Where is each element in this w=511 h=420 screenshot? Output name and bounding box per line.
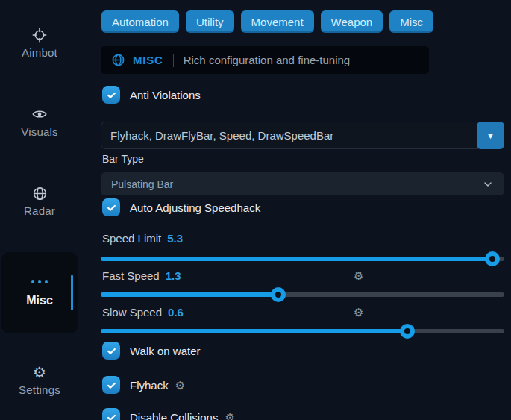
gear-icon[interactable]: ⚙ [225, 412, 234, 420]
speed-limit-value: 5.3 [167, 232, 183, 245]
slider-fill [101, 329, 407, 333]
slider-knob[interactable] [271, 287, 286, 302]
fast-speed-value: 1.3 [166, 269, 181, 282]
eye-icon [0, 106, 79, 122]
disable-collisions-toggle[interactable]: Disable Collisions ⚙ [102, 408, 235, 420]
page-title: MISC [133, 54, 163, 66]
check-icon [106, 412, 117, 420]
gear-icon[interactable]: ⚙ [175, 380, 185, 391]
speed-limit-label: Speed Limit 5.3 [102, 232, 183, 245]
sidebar: Aimbot Visuals Radar Mi [0, 0, 82, 420]
sidebar-item-radar[interactable]: Radar [0, 185, 79, 217]
sidebar-item-settings[interactable]: ⚙ Settings [0, 364, 79, 396]
bars-select-open-button[interactable]: ▼ [477, 122, 504, 149]
sidebar-item-label: Radar [0, 204, 79, 217]
tab-weapon[interactable]: Weapon [321, 10, 383, 33]
crosshair-icon [0, 27, 79, 43]
bar-type-value: Pulsating Bar [111, 178, 173, 190]
fast-speed-slider[interactable] [101, 292, 504, 297]
toggle-label: Flyhack ⚙ [130, 379, 185, 392]
sidebar-item-aimbot[interactable]: Aimbot [0, 27, 79, 59]
slider-fill [101, 292, 278, 297]
dots-icon [1, 280, 78, 283]
checkbox[interactable] [102, 408, 120, 420]
checkbox[interactable] [102, 198, 120, 216]
tab-misc[interactable]: Misc [389, 10, 433, 33]
sidebar-item-visuals[interactable]: Visuals [0, 106, 79, 138]
checkbox[interactable] [102, 342, 120, 360]
slider-knob[interactable] [485, 251, 500, 266]
toggle-label: Anti Violations [130, 89, 201, 101]
speed-limit-slider[interactable] [101, 257, 504, 261]
sidebar-item-label: Misc [1, 294, 78, 307]
page-subtitle: Rich configuration and fine-tuning [184, 54, 350, 66]
gear-icon[interactable]: ⚙ [354, 307, 363, 318]
check-icon [106, 202, 117, 213]
sidebar-item-misc-active[interactable]: Misc [1, 252, 78, 333]
slider-knob[interactable] [400, 324, 415, 339]
bar-type-select[interactable]: Pulsating Bar [101, 172, 504, 195]
toggle-label: Walk on water [130, 345, 200, 357]
bars-select-field[interactable]: Flyhack, DrawFlyBar, Speed, DrawSpeedBar… [101, 122, 504, 149]
gear-icon[interactable]: ⚙ [354, 270, 363, 281]
walk-on-water-toggle[interactable]: Walk on water [102, 342, 200, 360]
fast-speed-label: Fast Speed 1.3 [102, 269, 181, 282]
slow-speed-value: 0.6 [168, 306, 184, 319]
gear-icon: ⚙ [0, 364, 79, 380]
sidebar-item-label: Settings [0, 383, 79, 396]
check-icon [106, 90, 117, 101]
toggle-label: Disable Collisions ⚙ [130, 411, 235, 420]
globe-icon [111, 53, 125, 67]
bar-type-label: Bar Type [102, 153, 144, 165]
bars-select-value: Flyhack, DrawFlyBar, Speed, DrawSpeedBar [101, 129, 333, 142]
caret-down-icon: ▼ [486, 131, 495, 140]
globe-icon [0, 185, 79, 201]
auto-adjusting-toggle[interactable]: Auto Adjusting Speedhack [102, 198, 260, 216]
tab-utility[interactable]: Utility [186, 10, 234, 33]
sidebar-item-label: Visuals [0, 125, 79, 138]
check-icon [106, 380, 117, 391]
tab-movement[interactable]: Movement [241, 10, 314, 33]
chevron-down-icon [482, 178, 494, 190]
check-icon [106, 345, 117, 357]
anti-violations-toggle[interactable]: Anti Violations [102, 86, 201, 104]
active-indicator [71, 275, 73, 310]
divider [173, 54, 174, 67]
slow-speed-label: Slow Speed 0.6 [102, 306, 184, 319]
category-tabs: Automation Utility Movement Weapon Misc [101, 10, 433, 33]
toggle-label: Auto Adjusting Speedhack [130, 201, 260, 214]
slow-speed-slider[interactable] [101, 329, 504, 333]
slider-fill [101, 257, 492, 261]
checkbox[interactable] [102, 86, 120, 104]
section-header: MISC Rich configuration and fine-tuning [101, 46, 429, 74]
tab-automation[interactable]: Automation [101, 10, 179, 33]
sidebar-item-label: Aimbot [0, 46, 79, 59]
flyhack-toggle[interactable]: Flyhack ⚙ [102, 376, 185, 394]
cheat-menu-window: Aimbot Visuals Radar Mi [0, 0, 511, 420]
checkbox[interactable] [102, 376, 120, 394]
